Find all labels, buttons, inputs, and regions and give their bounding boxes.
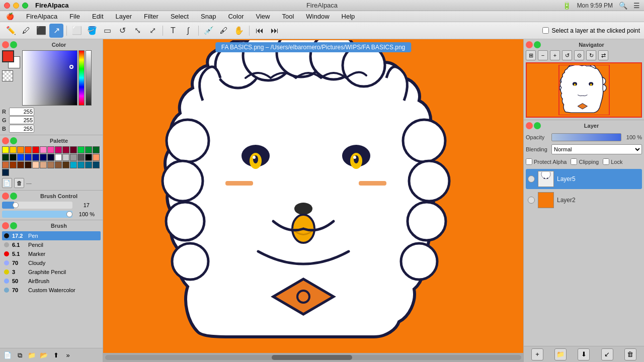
- pencil-tool[interactable]: 🖊: [19, 24, 33, 38]
- menu-view[interactable]: View: [254, 12, 272, 21]
- palette-color-swatch[interactable]: [93, 154, 100, 161]
- flip-btn[interactable]: ⇄: [598, 50, 608, 60]
- palette-color-swatch[interactable]: [55, 146, 62, 153]
- transparent-swatch[interactable]: [2, 70, 13, 81]
- brush-control-expand-btn[interactable]: [10, 193, 17, 200]
- export-btn[interactable]: ⬆: [50, 350, 61, 361]
- drawing-area[interactable]: [103, 39, 523, 353]
- open-folder-btn[interactable]: 📂: [38, 350, 49, 361]
- palette-color-swatch[interactable]: [32, 154, 39, 161]
- foreground-color-swatch[interactable]: [2, 50, 14, 62]
- palette-color-swatch[interactable]: [93, 161, 100, 168]
- palette-color-swatch[interactable]: [25, 154, 32, 161]
- brush-list-item[interactable]: 70Cloudy: [2, 258, 101, 267]
- brush-list-item[interactable]: 5.1Marker: [2, 249, 101, 258]
- warp-tool[interactable]: ⤢: [145, 24, 159, 38]
- arrow-tool[interactable]: ↗: [49, 24, 63, 38]
- maximize-button[interactable]: [22, 3, 28, 9]
- color-gradient-picker[interactable]: [22, 50, 77, 106]
- palette-color-swatch[interactable]: [85, 146, 92, 153]
- alpha-strip[interactable]: [86, 50, 92, 106]
- fill-tool[interactable]: 🪣: [85, 24, 99, 38]
- color-close-btn[interactable]: [2, 41, 9, 48]
- more-btn[interactable]: »: [62, 350, 73, 361]
- palette-color-swatch[interactable]: [32, 161, 39, 168]
- menu-icon[interactable]: ☰: [633, 2, 640, 10]
- palette-color-swatch[interactable]: [47, 154, 54, 161]
- menu-firealpaca[interactable]: 🍎: [4, 12, 16, 21]
- palette-color-swatch[interactable]: [77, 161, 85, 168]
- palette-color-swatch[interactable]: [2, 169, 9, 176]
- palette-color-swatch[interactable]: [2, 146, 9, 153]
- navigator-close-btn[interactable]: [526, 41, 533, 48]
- layer-item-2[interactable]: Layer2: [526, 190, 642, 210]
- rotate-cw-btn[interactable]: ↻: [586, 50, 596, 60]
- brush-opacity-slider[interactable]: [2, 211, 72, 218]
- brush-tool[interactable]: ✏️: [4, 24, 18, 38]
- clipping-label[interactable]: Clipping: [571, 158, 599, 165]
- search-icon[interactable]: 🔍: [619, 2, 627, 10]
- menu-edit[interactable]: Edit: [90, 12, 105, 21]
- protect-alpha-checkbox[interactable]: [526, 158, 532, 165]
- new-folder-action-btn[interactable]: 📁: [554, 348, 567, 360]
- palette-add-layer-btn[interactable]: 📄: [2, 178, 12, 188]
- lock-label[interactable]: Lock: [603, 158, 622, 165]
- transform-tool[interactable]: ⤡: [130, 24, 144, 38]
- opacity-bar[interactable]: [551, 133, 621, 141]
- palette-color-swatch[interactable]: [85, 161, 92, 168]
- palette-color-swatch[interactable]: [40, 146, 47, 153]
- brush-list-item[interactable]: 50AirBrush: [2, 277, 101, 286]
- zoom-out-btn[interactable]: −: [538, 50, 548, 60]
- brush-list-item[interactable]: 17.2Pen: [2, 231, 101, 240]
- palette-trash-btn[interactable]: 🗑: [14, 178, 24, 188]
- layer-5-visibility[interactable]: [528, 175, 535, 183]
- menu-layer[interactable]: Layer: [114, 12, 134, 21]
- merge-visible-btn[interactable]: ↙: [601, 348, 613, 360]
- palette-color-swatch[interactable]: [62, 154, 69, 161]
- layer-select-checkbox[interactable]: [542, 27, 549, 34]
- palette-color-swatch[interactable]: [25, 146, 32, 153]
- curve-tool[interactable]: ∫: [181, 24, 195, 38]
- palette-close-btn[interactable]: [2, 137, 9, 144]
- palette-color-swatch[interactable]: [10, 161, 17, 168]
- menu-select[interactable]: Select: [169, 12, 191, 21]
- brush-list-item[interactable]: 70Custom Watercolor: [2, 286, 101, 295]
- lock-checkbox[interactable]: [603, 158, 609, 165]
- g-input[interactable]: [9, 116, 34, 124]
- zoom-fit-btn[interactable]: ⊞: [526, 50, 536, 60]
- palette-color-swatch[interactable]: [25, 161, 32, 168]
- new-layer-action-btn[interactable]: +: [531, 348, 543, 360]
- menu-window[interactable]: Window: [304, 12, 331, 21]
- brush-size-slider[interactable]: [2, 202, 72, 209]
- rotate-tool[interactable]: ↺: [115, 24, 129, 38]
- hand-tool[interactable]: ✋: [232, 24, 246, 38]
- navigator-expand-btn[interactable]: [534, 41, 541, 48]
- b-input[interactable]: [9, 125, 34, 133]
- palette-color-swatch[interactable]: [17, 154, 24, 161]
- palette-color-swatch[interactable]: [62, 146, 69, 153]
- layer-expand-btn[interactable]: [534, 122, 541, 129]
- color-expand-btn[interactable]: [10, 41, 17, 48]
- r-input[interactable]: [9, 108, 34, 116]
- palette-color-swatch[interactable]: [85, 154, 92, 161]
- palette-color-swatch[interactable]: [77, 154, 85, 161]
- brush-list-item[interactable]: 6.1Pencil: [2, 240, 101, 249]
- palette-color-swatch[interactable]: [47, 146, 54, 153]
- layer-close-btn[interactable]: [526, 122, 533, 129]
- clipping-checkbox[interactable]: [571, 158, 577, 165]
- next-frame-tool[interactable]: ⏭: [268, 24, 282, 38]
- menu-help[interactable]: Help: [340, 12, 357, 21]
- dot-tool[interactable]: ⬛: [34, 24, 48, 38]
- menu-color[interactable]: Color: [226, 12, 246, 21]
- palette-expand-btn[interactable]: [10, 137, 17, 144]
- folder-btn[interactable]: 📁: [26, 350, 37, 361]
- brush-expand-btn[interactable]: [10, 222, 17, 229]
- delete-layer-btn[interactable]: 🗑: [624, 348, 636, 360]
- layer-2-visibility[interactable]: [528, 197, 535, 204]
- brush-list-item[interactable]: 3Graphite Pencil: [2, 267, 101, 277]
- reset-btn[interactable]: ⊙: [574, 50, 584, 60]
- scrollbar-track[interactable]: [105, 355, 521, 360]
- palette-color-swatch[interactable]: [47, 161, 54, 168]
- menu-file[interactable]: File: [67, 12, 82, 21]
- close-button[interactable]: [4, 3, 10, 9]
